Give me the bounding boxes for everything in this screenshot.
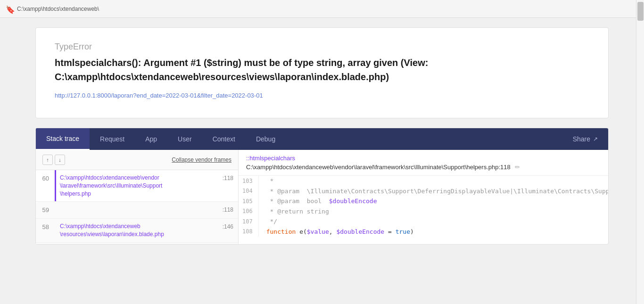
share-label: Share bbox=[573, 135, 590, 143]
edit-icon[interactable]: ✏ bbox=[515, 164, 520, 171]
tab-share[interactable]: Share ↗ bbox=[562, 129, 608, 149]
frame-path: C:\xampp\htdocs\xtendanceweb\vendor\lara… bbox=[60, 174, 219, 197]
line-number: 103 bbox=[239, 176, 258, 186]
page-wrapper: 🔖 C:\xampp\htdocs\xtendanceweb\ TypeErro… bbox=[0, 0, 644, 304]
line-code: * @param \Illuminate\Contracts\Support\D… bbox=[258, 186, 608, 197]
frame-item[interactable]: 58 C:\xampp\htdocs\xtendanceweb\resource… bbox=[36, 219, 238, 243]
line-code: * @return string bbox=[258, 206, 608, 217]
frame-accent bbox=[55, 170, 56, 201]
frame-down-button[interactable]: ↓ bbox=[55, 155, 65, 165]
frame-line: :118 bbox=[223, 170, 238, 201]
frame-list-header: ↑ ↓ Collapse vendor frames bbox=[36, 150, 238, 170]
line-code: */ bbox=[258, 216, 608, 227]
frame-info: C:\xampp\htdocs\xtendanceweb\vendor\lara… bbox=[58, 170, 223, 201]
tab-user[interactable]: User bbox=[167, 129, 202, 149]
line-code: function e($value, $doubleEncode = true) bbox=[258, 227, 608, 237]
frame-accent bbox=[55, 219, 56, 242]
collapse-vendor-button[interactable]: Collapse vendor frames bbox=[172, 156, 231, 163]
stack-content: ↑ ↓ Collapse vendor frames 60 C:\xampp\h… bbox=[36, 150, 608, 244]
frame-number: 59 bbox=[36, 202, 53, 218]
line-number: 104 bbox=[239, 186, 258, 197]
line-number: 106 bbox=[239, 206, 258, 217]
frame-accent bbox=[55, 202, 56, 218]
error-url-link[interactable]: http://127.0.0.1:8000/laporan?end_date=2… bbox=[55, 92, 263, 99]
frame-up-button[interactable]: ↑ bbox=[42, 155, 53, 165]
line-code: * bbox=[258, 176, 608, 186]
browser-bar: 🔖 C:\xampp\htdocs\xtendanceweb\ bbox=[0, 0, 644, 18]
code-line: 103 * bbox=[239, 176, 608, 186]
tab-context[interactable]: Context bbox=[202, 129, 246, 149]
error-type: TypeError bbox=[55, 42, 589, 52]
code-line: 108 function e($value, $doubleEncode = t… bbox=[239, 227, 608, 237]
line-number: 107 bbox=[239, 216, 258, 227]
tab-stack-trace[interactable]: Stack trace bbox=[36, 128, 90, 150]
frame-nav-buttons: ↑ ↓ bbox=[42, 155, 65, 165]
frame-item[interactable]: 59 :118 bbox=[36, 202, 238, 219]
frame-number: 60 bbox=[36, 170, 53, 201]
code-header: ::htmlspecialchars C:\xampp\htdocs\xtend… bbox=[239, 150, 608, 176]
code-line: 107 */ bbox=[239, 216, 608, 227]
browser-url: C:\xampp\htdocs\xtendanceweb\ bbox=[17, 6, 638, 12]
error-card: TypeError htmlspecialchars(): Argument #… bbox=[35, 27, 609, 118]
frame-list-scroll[interactable]: 60 C:\xampp\htdocs\xtendanceweb\vendor\l… bbox=[36, 170, 238, 243]
frame-line: :146 bbox=[223, 219, 238, 242]
frame-number: 58 bbox=[36, 219, 53, 242]
line-number: 105 bbox=[239, 196, 258, 206]
code-line: 106 * @return string bbox=[239, 206, 608, 217]
debug-panel: Stack trace Request App User Context Deb… bbox=[35, 128, 609, 245]
line-number: 108 bbox=[239, 227, 258, 237]
frame-item[interactable]: 60 C:\xampp\htdocs\xtendanceweb\vendor\l… bbox=[36, 170, 238, 202]
page-scrollbar[interactable] bbox=[636, 0, 644, 304]
tab-request[interactable]: Request bbox=[90, 129, 135, 149]
code-view[interactable]: 103 * 104 * @param \Illuminate\Contracts… bbox=[239, 176, 608, 237]
code-line: 104 * @param \Illuminate\Contracts\Suppo… bbox=[239, 186, 608, 197]
line-code: * @param bool $doubleEncode bbox=[258, 196, 608, 206]
code-table: 103 * 104 * @param \Illuminate\Contracts… bbox=[239, 176, 608, 237]
code-filepath-text: C:\xampp\htdocs\xtendanceweb\vendor\lara… bbox=[246, 164, 511, 171]
code-func: ::htmlspecialchars bbox=[246, 155, 601, 162]
frame-info bbox=[58, 202, 223, 218]
error-message: htmlspecialchars(): Argument #1 ($string… bbox=[55, 56, 589, 84]
tabs-bar: Stack trace Request App User Context Deb… bbox=[36, 128, 608, 150]
frame-info: C:\xampp\htdocs\xtendanceweb\resources\v… bbox=[58, 219, 223, 242]
tab-debug[interactable]: Debug bbox=[246, 129, 286, 149]
code-filepath: C:\xampp\htdocs\xtendanceweb\vendor\lara… bbox=[246, 164, 601, 171]
code-panel: ::htmlspecialchars C:\xampp\htdocs\xtend… bbox=[239, 150, 608, 244]
share-icon: ↗ bbox=[593, 136, 598, 142]
frame-path: C:\xampp\htdocs\xtendanceweb\resources\v… bbox=[60, 222, 219, 238]
favicon-icon: 🔖 bbox=[6, 5, 13, 13]
scrollbar-thumb[interactable] bbox=[637, 2, 644, 21]
code-line: 105 * @param bool $doubleEncode bbox=[239, 196, 608, 206]
tab-app[interactable]: App bbox=[135, 129, 167, 149]
frame-line: :118 bbox=[223, 202, 238, 218]
frame-list: ↑ ↓ Collapse vendor frames 60 C:\xampp\h… bbox=[36, 150, 239, 244]
